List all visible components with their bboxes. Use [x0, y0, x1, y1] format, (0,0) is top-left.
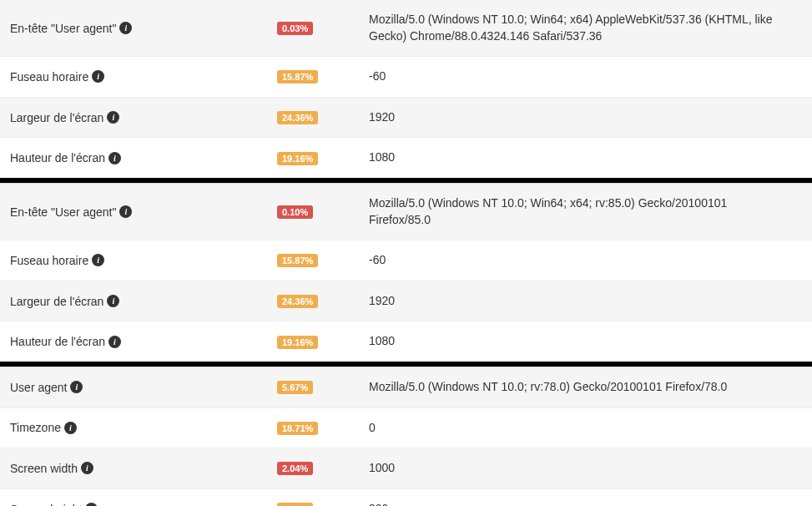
fingerprint-section: User agenti5.67%Mozilla/5.0 (Windows NT …	[0, 367, 812, 506]
attribute-label-col: Hauteur de l'écrani	[10, 151, 277, 164]
info-icon[interactable]: i	[108, 336, 121, 348]
attribute-label-col: Fuseau horairei	[10, 254, 277, 267]
badge-col: 7.35%	[277, 502, 369, 506]
attribute-value: 0	[369, 420, 802, 437]
table-row: Hauteur de l'écrani19.16%1080	[0, 137, 812, 178]
info-icon[interactable]: i	[92, 254, 104, 266]
info-icon[interactable]: i	[107, 111, 119, 124]
percentage-badge: 24.36%	[277, 111, 318, 124]
attribute-label: User agent	[10, 381, 67, 394]
attribute-value: 900	[369, 501, 802, 506]
badge-col: 15.87%	[277, 69, 369, 83]
percentage-badge: 18.71%	[277, 422, 318, 435]
attribute-label-col: Largeur de l'écrani	[10, 111, 277, 124]
table-row: Screen widthi2.04%1000	[0, 448, 812, 488]
percentage-badge: 2.04%	[277, 462, 313, 475]
table-row: Timezonei18.71%0	[0, 407, 812, 448]
fingerprint-section: En-tête "User agent"i0.10%Mozilla/5.0 (W…	[0, 183, 812, 362]
badge-col: 24.36%	[277, 110, 369, 124]
percentage-badge: 5.67%	[277, 381, 313, 394]
attribute-value: Mozilla/5.0 (Windows NT 10.0; Win64; x64…	[369, 195, 802, 228]
attribute-label-col: Screen heighti	[10, 503, 277, 506]
table-row: Hauteur de l'écrani19.16%1080	[0, 321, 812, 362]
table-row: En-tête "User agent"i0.10%Mozilla/5.0 (W…	[0, 184, 812, 240]
attribute-label: Hauteur de l'écran	[10, 335, 105, 348]
table-row: Largeur de l'écrani24.36%1920	[0, 97, 812, 138]
attribute-label-col: Screen widthi	[10, 462, 277, 475]
attribute-label-col: Largeur de l'écrani	[10, 295, 277, 308]
info-icon[interactable]: i	[85, 503, 98, 506]
percentage-badge: 7.35%	[277, 503, 313, 506]
badge-col: 19.16%	[277, 335, 369, 349]
table-row: User agenti5.67%Mozilla/5.0 (Windows NT …	[0, 367, 812, 407]
percentage-badge: 0.10%	[277, 205, 313, 219]
badge-col: 2.04%	[277, 461, 369, 475]
table-row: Largeur de l'écrani24.36%1920	[0, 281, 812, 321]
badge-col: 18.71%	[277, 421, 369, 435]
attribute-value: Mozilla/5.0 (Windows NT 10.0; Win64; x64…	[369, 12, 802, 44]
info-icon[interactable]: i	[119, 205, 132, 218]
table-row: Screen heighti7.35%900	[0, 488, 812, 506]
attribute-value: 1920	[369, 109, 802, 126]
attribute-label: Largeur de l'écran	[10, 295, 103, 308]
table-row: Fuseau horairei15.87%-60	[0, 240, 812, 281]
table-row: En-tête "User agent"i0.03%Mozilla/5.0 (W…	[0, 0, 812, 56]
attribute-label: Fuseau horaire	[10, 70, 88, 83]
info-icon[interactable]: i	[70, 381, 83, 393]
info-icon[interactable]: i	[108, 152, 121, 164]
attribute-label-col: En-tête "User agent"i	[10, 22, 277, 35]
attribute-value: -60	[369, 252, 802, 269]
percentage-badge: 19.16%	[277, 336, 318, 349]
attribute-label-col: Timezonei	[10, 421, 277, 434]
attribute-value: 1080	[369, 333, 802, 350]
info-icon[interactable]: i	[92, 70, 104, 83]
percentage-badge: 24.36%	[277, 295, 318, 308]
attribute-label-col: Hauteur de l'écrani	[10, 335, 277, 348]
fingerprint-section: En-tête "User agent"i0.03%Mozilla/5.0 (W…	[0, 0, 812, 178]
info-icon[interactable]: i	[64, 422, 77, 434]
percentage-badge: 15.87%	[277, 254, 318, 267]
attribute-label: Largeur de l'écran	[10, 111, 103, 124]
badge-col: 0.03%	[277, 21, 369, 35]
attribute-label: Screen height	[10, 503, 82, 506]
attribute-value: 1080	[369, 149, 802, 166]
badge-col: 15.87%	[277, 253, 369, 267]
attribute-value: 1000	[369, 460, 802, 477]
attribute-value: -60	[369, 68, 802, 85]
table-row: Fuseau horairei15.87%-60	[0, 56, 812, 97]
attribute-value: Mozilla/5.0 (Windows NT 10.0; rv:78.0) G…	[369, 379, 802, 396]
info-icon[interactable]: i	[107, 295, 119, 307]
percentage-badge: 0.03%	[277, 22, 313, 35]
percentage-badge: 19.16%	[277, 152, 318, 165]
badge-col: 5.67%	[277, 380, 369, 394]
attribute-label: Hauteur de l'écran	[10, 151, 105, 164]
attribute-label: En-tête "User agent"	[10, 22, 116, 35]
info-icon[interactable]: i	[119, 22, 132, 34]
attribute-label-col: En-tête "User agent"i	[10, 205, 277, 219]
attribute-label: Fuseau horaire	[10, 254, 88, 267]
attribute-label: En-tête "User agent"	[10, 205, 116, 219]
badge-col: 19.16%	[277, 151, 369, 165]
attribute-value: 1920	[369, 293, 802, 310]
info-icon[interactable]: i	[81, 462, 93, 474]
attribute-label: Screen width	[10, 462, 78, 475]
attribute-label-col: Fuseau horairei	[10, 70, 277, 83]
badge-col: 0.10%	[277, 205, 369, 219]
attribute-label-col: User agenti	[10, 381, 277, 394]
percentage-badge: 15.87%	[277, 70, 318, 83]
attribute-label: Timezone	[10, 421, 61, 434]
badge-col: 24.36%	[277, 294, 369, 308]
